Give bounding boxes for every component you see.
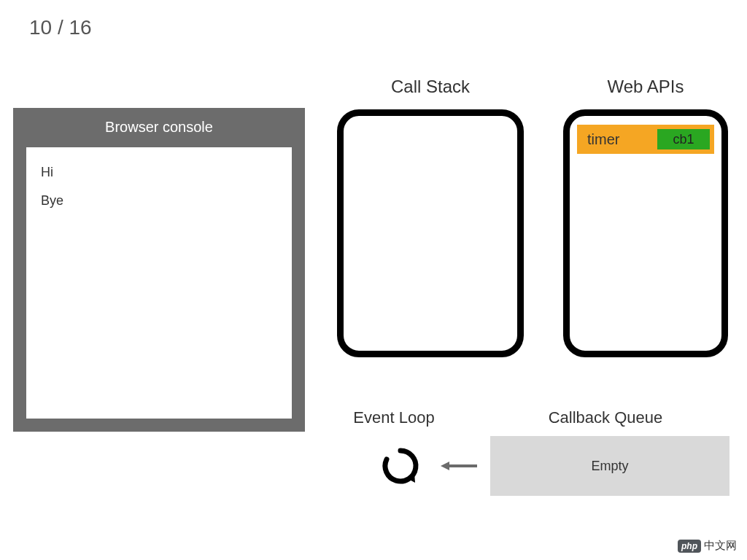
watermark-logo: php xyxy=(678,540,701,553)
browser-console-title: Browser console xyxy=(13,108,305,146)
event-loop-title: Event Loop xyxy=(321,408,467,427)
page-counter: 10 / 16 xyxy=(29,16,92,39)
web-api-entry-label: timer xyxy=(587,131,619,148)
browser-console-body: Hi Bye xyxy=(26,147,292,419)
arrow-left-icon xyxy=(441,461,477,471)
browser-console-panel: Browser console Hi Bye xyxy=(13,108,305,432)
call-stack-box xyxy=(337,109,524,357)
console-line: Hi xyxy=(41,165,277,180)
callback-badge: cb1 xyxy=(657,129,710,149)
event-loop-icon xyxy=(381,446,420,486)
svg-marker-2 xyxy=(441,462,449,470)
watermark-text: 中文网 xyxy=(704,539,737,553)
callback-queue-box: Empty xyxy=(490,436,729,496)
web-apis-box: timer cb1 xyxy=(563,109,728,357)
call-stack-title: Call Stack xyxy=(337,77,524,97)
web-api-entry-timer: timer cb1 xyxy=(577,125,714,154)
callback-queue-status: Empty xyxy=(591,459,628,474)
callback-queue-title: Callback Queue xyxy=(511,408,700,427)
console-line: Bye xyxy=(41,193,277,209)
web-apis-title: Web APIs xyxy=(563,77,728,97)
watermark: php 中文网 xyxy=(678,539,737,553)
